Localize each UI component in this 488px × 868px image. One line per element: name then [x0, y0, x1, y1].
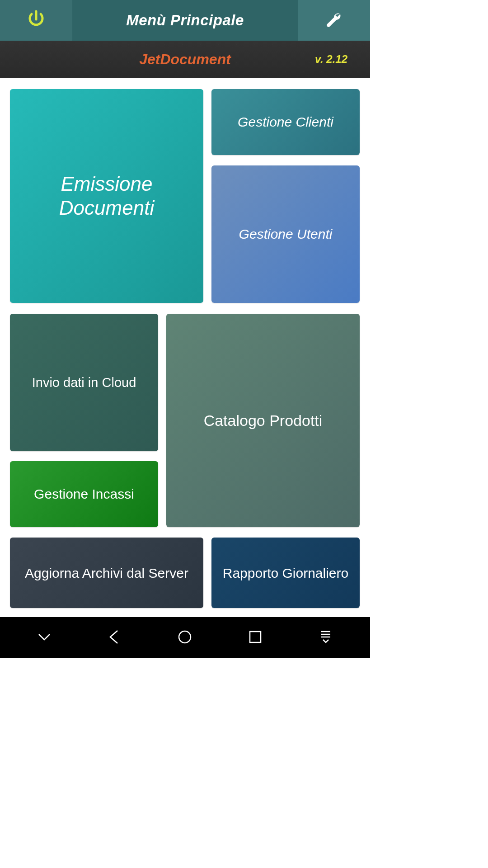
- power-button[interactable]: [0, 0, 72, 41]
- tile-emissione-documenti[interactable]: Emissione Documenti: [10, 89, 203, 303]
- svg-point-0: [179, 631, 191, 643]
- tile-label: Gestione Clienti: [238, 114, 333, 130]
- app-version: v. 2.12: [315, 53, 347, 66]
- app-bar-center: Menù Principale: [72, 0, 298, 41]
- nav-back-button[interactable]: [102, 625, 127, 651]
- recent-icon: [246, 628, 264, 648]
- tile-catalogo-prodotti[interactable]: Catalogo Prodotti: [166, 314, 360, 527]
- tile-label: Gestione Utenti: [239, 226, 333, 242]
- download-icon: [317, 628, 335, 648]
- tile-aggiorna-archivi[interactable]: Aggiorna Archivi dal Server: [10, 538, 203, 608]
- sub-header: JetDocument v. 2.12: [0, 41, 370, 78]
- app-bar: Menù Principale: [0, 0, 370, 41]
- tile-label: Aggiorna Archivi dal Server: [25, 564, 188, 582]
- tile-label: Rapporto Giornaliero: [223, 564, 348, 582]
- chevron-down-icon: [35, 628, 53, 648]
- main-grid: Emissione Documenti Gestione Clienti Ges…: [0, 78, 370, 617]
- tile-label: Catalogo Prodotti: [204, 412, 323, 429]
- back-icon: [106, 628, 124, 648]
- power-icon: [25, 9, 47, 32]
- tile-gestione-utenti[interactable]: Gestione Utenti: [211, 165, 360, 303]
- svg-rect-1: [250, 632, 261, 642]
- page-title: Menù Principale: [126, 12, 244, 29]
- nav-collapse-button[interactable]: [32, 625, 57, 651]
- nav-recent-button[interactable]: [243, 625, 268, 651]
- tile-rapporto-giornaliero[interactable]: Rapporto Giornaliero: [211, 538, 360, 608]
- system-nav-bar: [0, 617, 370, 658]
- settings-button[interactable]: [298, 0, 370, 41]
- home-icon: [176, 628, 194, 648]
- app-name: JetDocument: [139, 51, 231, 68]
- tile-label: Invio dati in Cloud: [32, 375, 136, 390]
- nav-download-button[interactable]: [313, 625, 338, 651]
- tile-gestione-incassi[interactable]: Gestione Incassi: [10, 461, 158, 527]
- tile-label: Gestione Incassi: [34, 486, 134, 502]
- nav-home-button[interactable]: [172, 625, 197, 651]
- wrench-icon: [324, 9, 344, 31]
- tile-invio-cloud[interactable]: Invio dati in Cloud: [10, 314, 158, 451]
- tile-gestione-clienti[interactable]: Gestione Clienti: [211, 89, 360, 155]
- tile-label: Emissione Documenti: [15, 172, 198, 220]
